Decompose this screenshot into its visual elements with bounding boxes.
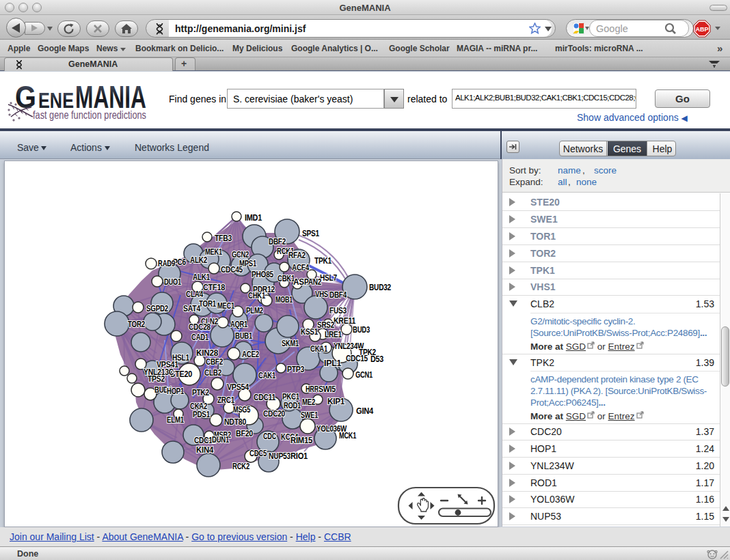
- svg-text:TPK1: TPK1: [314, 255, 332, 266]
- svg-text:NDT80: NDT80: [224, 417, 246, 427]
- svg-text:CTF18: CTF18: [203, 282, 226, 292]
- svg-text:SAT4: SAT4: [183, 303, 201, 313]
- svg-text:RCK2: RCK2: [232, 461, 249, 471]
- svg-text:SPS1: SPS1: [302, 228, 320, 238]
- svg-text:SWI5: SWI5: [319, 384, 336, 394]
- svg-text:KSS1: KSS1: [301, 326, 319, 337]
- svg-text:TPS2: TPS2: [148, 374, 165, 384]
- svg-text:CDC: CDC: [263, 431, 276, 441]
- svg-text:MSG5: MSG5: [233, 404, 251, 415]
- svg-text:BF20: BF20: [236, 428, 253, 438]
- svg-text:CDC28: CDC28: [189, 322, 211, 332]
- svg-text:KIN4: KIN4: [196, 445, 214, 455]
- svg-text:RAD9: RAD9: [158, 258, 175, 268]
- svg-text:ALK2: ALK2: [190, 255, 207, 265]
- svg-text:TFB3: TFB3: [215, 233, 232, 243]
- svg-text:SGPD2: SGPD2: [146, 303, 168, 313]
- svg-text:HOP1: HOP1: [167, 386, 185, 396]
- svg-text:SRS2: SRS2: [317, 320, 334, 330]
- svg-text:MEC1: MEC1: [217, 300, 235, 311]
- svg-text:ACE2: ACE2: [242, 349, 259, 359]
- svg-text:GIN4: GIN4: [356, 406, 374, 416]
- svg-text:PAN2: PAN2: [304, 277, 321, 287]
- svg-text:MOB1: MOB1: [275, 294, 293, 305]
- svg-text:HRR: HRR: [306, 384, 319, 394]
- svg-text:ME2: ME2: [302, 397, 315, 407]
- svg-text:CAD1: CAD1: [191, 332, 209, 342]
- svg-text:CHK1: CHK1: [248, 290, 266, 300]
- svg-text:DBF4: DBF4: [329, 290, 347, 300]
- svg-text:DBF2: DBF2: [269, 236, 286, 247]
- svg-text:ROD1: ROD1: [284, 400, 301, 410]
- svg-text:CAK1: CAK1: [258, 370, 276, 380]
- svg-text:CKA1: CKA1: [310, 344, 328, 354]
- svg-text:ABP: ABP: [695, 26, 708, 33]
- svg-text:TOR2: TOR2: [128, 319, 145, 329]
- svg-text:MEK1: MEK1: [205, 247, 223, 257]
- svg-text:DUN1: DUN1: [212, 434, 230, 445]
- svg-text:CDC11: CDC11: [254, 392, 276, 402]
- svg-text:SKM1: SKM1: [282, 338, 299, 348]
- svg-text:RIM15: RIM15: [290, 435, 313, 445]
- svg-text:PHO85: PHO85: [252, 269, 274, 279]
- svg-text:LRE1: LRE1: [325, 329, 342, 339]
- svg-text:TOR1: TOR1: [199, 298, 217, 309]
- svg-text:HSL7: HSL7: [320, 272, 337, 283]
- svg-text:CDC20: CDC20: [263, 408, 285, 419]
- svg-text:ACF4: ACF4: [292, 262, 310, 272]
- svg-text:CLB2: CLB2: [204, 367, 221, 378]
- svg-text:CBK1: CBK1: [278, 273, 295, 283]
- svg-text:ZRC1: ZRC1: [217, 395, 235, 405]
- svg-text:FUS3: FUS3: [329, 305, 347, 316]
- svg-text:DUO1: DUO1: [164, 277, 182, 287]
- svg-text:ELM1: ELM1: [167, 415, 185, 425]
- svg-text:VPS54: VPS54: [227, 382, 249, 392]
- svg-text:PTK2: PTK2: [192, 387, 209, 397]
- svg-text:D53: D53: [370, 354, 384, 364]
- svg-text:RFA2: RFA2: [288, 250, 306, 260]
- svg-text:AQR1: AQR1: [230, 319, 248, 329]
- svg-text:RIO1: RIO1: [290, 451, 308, 461]
- svg-text:CBF2: CBF2: [206, 356, 223, 367]
- svg-text:BUB1: BUB1: [235, 331, 253, 341]
- svg-text:BUD3: BUD3: [353, 324, 370, 335]
- svg-text:CDC45: CDC45: [221, 264, 243, 275]
- svg-text:IPL1: IPL1: [324, 358, 342, 368]
- svg-text:BUD32: BUD32: [369, 282, 391, 292]
- svg-text:GCN1: GCN1: [355, 369, 373, 380]
- svg-text:VHS: VHS: [315, 289, 328, 299]
- svg-text:PTP3: PTP3: [287, 364, 305, 374]
- svg-text:MCK1: MCK1: [339, 430, 357, 440]
- svg-text:CDC5: CDC5: [249, 448, 267, 458]
- svg-text:PDS1: PDS1: [193, 409, 211, 419]
- svg-text:CDC15: CDC15: [346, 353, 368, 363]
- svg-text:NUP53: NUP53: [269, 451, 291, 461]
- svg-text:fast gene function predictions: fast gene function predictions: [33, 109, 146, 121]
- svg-text:SWE1: SWE1: [301, 410, 319, 420]
- svg-text:IMD1: IMD1: [245, 212, 262, 223]
- svg-text:CLA4: CLA4: [186, 289, 204, 299]
- svg-text:KIP1: KIP1: [327, 396, 345, 406]
- svg-text:PLM2: PLM2: [246, 305, 263, 316]
- svg-text:ALK1: ALK1: [193, 272, 211, 282]
